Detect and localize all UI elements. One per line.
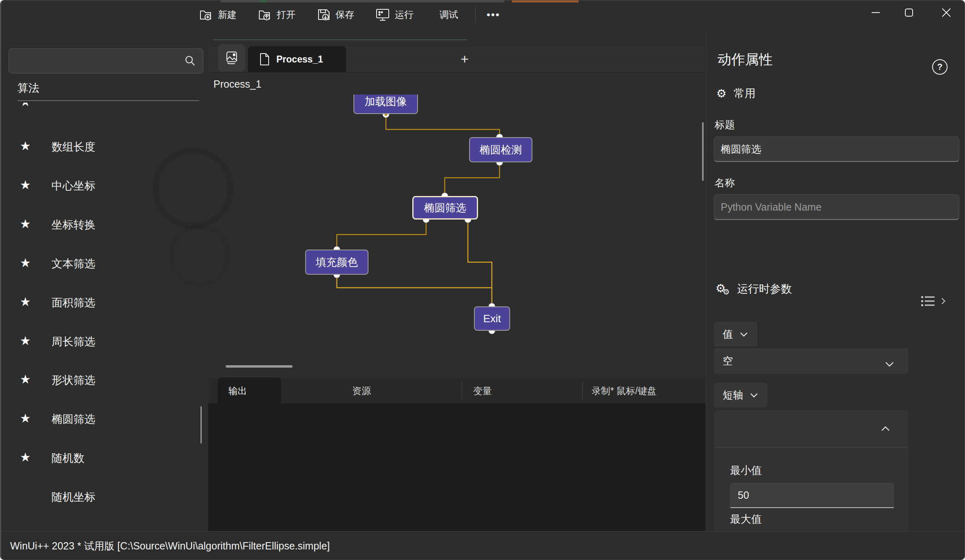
debug-button-label: 调试 xyxy=(439,9,458,21)
flow-canvas[interactable]: 加载图像椭圆检测椭圆筛选填充颜色Exit xyxy=(208,95,706,377)
axis-expander-header[interactable] xyxy=(714,410,908,448)
sidebar-item-label: 随机坐标 xyxy=(52,490,95,504)
flow-connector[interactable] xyxy=(386,114,500,137)
save-button-label: 保存 xyxy=(336,9,354,21)
search-icon[interactable] xyxy=(183,54,196,69)
add-tab-button[interactable]: + xyxy=(455,49,474,69)
new-folder-icon xyxy=(199,8,213,21)
more-dots-icon: ••• xyxy=(487,9,500,21)
star-icon: ★ xyxy=(20,139,31,153)
sidebar-item-label: 随机数 xyxy=(52,451,84,465)
star-icon: ★ xyxy=(20,295,31,309)
parameter-list-button[interactable] xyxy=(921,295,946,307)
save-button[interactable]: 保存 xyxy=(317,5,354,24)
flow-node-fill-color[interactable]: 填充颜色 xyxy=(305,250,368,275)
flow-connector[interactable] xyxy=(445,162,500,196)
sidebar-item[interactable]: ★数组长度 xyxy=(1,136,207,158)
bottom-tab-divider xyxy=(582,382,583,399)
title-field-input[interactable] xyxy=(714,136,959,162)
new-button[interactable]: 新建 xyxy=(199,5,237,24)
help-icon[interactable]: ? xyxy=(932,59,948,75)
flow-connector[interactable] xyxy=(468,220,492,306)
status-text: WinUi++ 2023 * 试用版 [C:\Source\WinUi\algo… xyxy=(10,539,330,553)
axis-dropdown[interactable]: 短轴 xyxy=(714,383,767,407)
flow-connector[interactable] xyxy=(337,275,492,288)
param-type-dropdown[interactable]: 值 xyxy=(714,322,757,347)
background-window-remnant xyxy=(512,0,579,2)
title-field-label: 标题 xyxy=(715,118,735,131)
run-monitor-icon xyxy=(375,8,390,22)
min-value-label: 最小值 xyxy=(730,463,762,478)
sidebar-item-label: 中心坐标 xyxy=(52,179,95,193)
tab-process-1[interactable]: Process_1 xyxy=(248,46,346,72)
section-runtime: ⚙⚙ 运行时参数 xyxy=(715,282,792,296)
bottom-tab-label: 输出 xyxy=(228,385,247,397)
run-button[interactable]: 运行 xyxy=(375,5,414,24)
sidebar-item[interactable]: ★形状筛选 xyxy=(1,369,207,392)
search-input[interactable] xyxy=(15,50,179,71)
section-common-label: 常用 xyxy=(734,86,756,101)
flow-node-label: Exit xyxy=(483,312,501,325)
new-button-label: 新建 xyxy=(218,9,237,21)
image-icon xyxy=(224,50,240,66)
sidebar-item[interactable]: ★面积筛选 xyxy=(1,291,207,314)
bottom-tabrow: 输出资源变量录制* 鼠标/键盘 xyxy=(208,377,706,403)
bottom-tab[interactable]: 资源 xyxy=(352,385,371,397)
image-viewer-tab[interactable] xyxy=(218,44,245,71)
close-button[interactable] xyxy=(933,0,960,25)
horizontal-scrollbar[interactable] xyxy=(226,365,293,368)
algorithm-search-box[interactable] xyxy=(9,48,203,73)
status-bar: WinUi++ 2023 * 试用版 [C:\Source\WinUi\algo… xyxy=(1,531,965,560)
close-icon xyxy=(941,7,952,18)
min-value-input[interactable] xyxy=(730,483,894,508)
bottom-tab-divider xyxy=(462,382,462,399)
bottom-tab-active[interactable]: 输出 xyxy=(218,377,281,403)
flow-node-ellipse-detect[interactable]: 椭圆检测 xyxy=(469,137,532,162)
star-icon: ★ xyxy=(20,372,31,386)
sidebar-item-label: 数组长度 xyxy=(52,140,95,154)
tab-process-1-label: Process_1 xyxy=(276,54,323,65)
flow-node-ellipse-filter[interactable]: 椭圆筛选 xyxy=(412,196,478,220)
sidebar-item[interactable]: ★随机数 xyxy=(1,447,207,470)
sidebar-item-label: 坐标转换 xyxy=(52,218,95,232)
axis-label: 短轴 xyxy=(723,388,743,402)
sidebar-item[interactable]: ★文本筛选 xyxy=(1,252,207,275)
param-value-select[interactable]: 空 xyxy=(714,348,908,374)
more-button[interactable]: ••• xyxy=(487,5,500,24)
sidebar-item-label: 周长筛选 xyxy=(52,334,95,349)
sidebar-item[interactable]: 随机坐标 xyxy=(1,486,207,508)
flow-node-label: 椭圆筛选 xyxy=(424,201,466,215)
bottom-tab[interactable]: 录制* 鼠标/键盘 xyxy=(592,385,657,397)
process-caption: Process_1 xyxy=(213,78,261,90)
minimize-button[interactable] xyxy=(862,0,889,25)
algorithm-list: ★ ★数组长度★中心坐标★坐标转换★文本筛选★面积筛选★周长筛选★形状筛选★椭圆… xyxy=(1,103,207,525)
panel-title: 动作属性 xyxy=(717,50,773,69)
bottom-tab[interactable]: 变量 xyxy=(473,385,492,397)
document-icon xyxy=(259,53,270,66)
sidebar-scrollbar[interactable] xyxy=(200,406,202,444)
sidebar-item[interactable]: ★坐标转换 xyxy=(1,213,207,236)
canvas-scrollbar[interactable] xyxy=(702,122,704,181)
chevron-down-icon xyxy=(739,332,748,337)
name-field-input[interactable] xyxy=(714,194,959,220)
flow-node-label: 椭圆检测 xyxy=(480,143,522,157)
maximize-button[interactable] xyxy=(896,0,922,25)
flow-node-exit[interactable]: Exit xyxy=(474,306,510,331)
open-button[interactable]: 打开 xyxy=(258,5,295,24)
flow-node-load-image[interactable]: 加载图像 xyxy=(353,95,418,114)
double-gear-icon: ⚙⚙ xyxy=(715,282,730,296)
star-icon: ★ xyxy=(20,411,31,425)
sidebar-item[interactable]: ★周长筛选 xyxy=(1,330,207,353)
minimize-icon xyxy=(871,8,881,17)
chevron-right-icon xyxy=(940,297,946,305)
param-type-label: 值 xyxy=(723,327,733,341)
sidebar-section-title: 算法 xyxy=(17,81,39,95)
sidebar-item[interactable]: ★椭圆筛选 xyxy=(1,408,207,431)
flow-connector[interactable] xyxy=(337,220,426,250)
max-value-label: 最大值 xyxy=(730,512,762,526)
sidebar-item[interactable]: ★中心坐标 xyxy=(1,174,207,197)
debug-button[interactable]: 调试 xyxy=(439,5,458,24)
star-icon: ★ xyxy=(20,450,31,464)
chevron-up-icon xyxy=(881,426,890,432)
star-icon: ★ xyxy=(20,256,31,270)
